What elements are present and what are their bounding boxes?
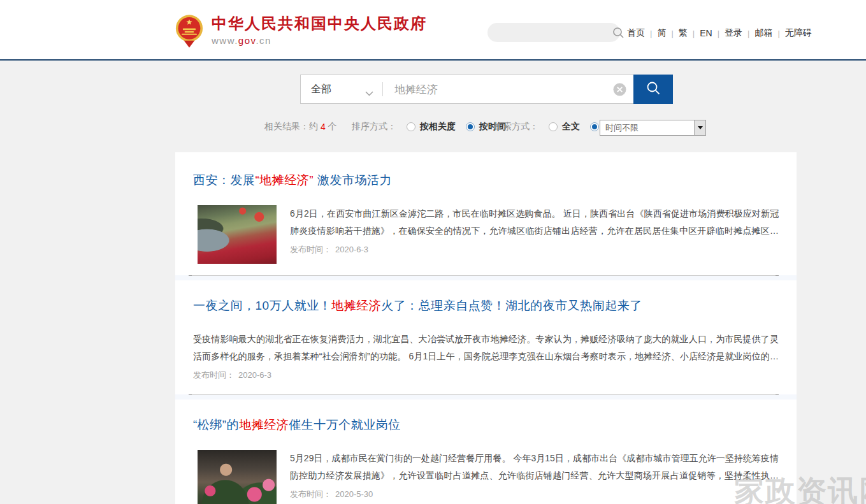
result-item: “松绑”的地摊经济催生十万个就业岗位 5月29日，成都市民在黉门街的一处越门经营… (193, 400, 779, 504)
nav-link-login[interactable]: 登录 (725, 27, 742, 39)
time-filter-value: 时间不限 (600, 122, 694, 134)
result-title-keyword: 地摊经济 (239, 418, 289, 431)
gov-search-page: { "header": { "site_title": "中华人民共和国中央人民… (0, 0, 866, 504)
result-date-line: 发布时间：2020-5-30 (290, 487, 779, 502)
nav-link-mailbox[interactable]: 邮箱 (754, 27, 772, 39)
result-title-text: “松绑”的 (193, 418, 239, 431)
publish-date-label: 发布时间： (193, 370, 235, 380)
nav-link-simplified[interactable]: 简 (657, 27, 666, 39)
nav-separator: | (718, 29, 719, 38)
result-count-unit: 个 (328, 121, 337, 133)
top-nav: 首页 | 简 | 繁 | EN | 登录 | 邮箱 | 无障碍 (627, 27, 812, 39)
publish-date-value: 2020-6-3 (238, 370, 271, 380)
result-title-link[interactable]: 一夜之间，10万人就业！地摊经济火了：总理亲自点赞！湖北的夜市又热闹起来了 (193, 280, 779, 314)
nav-separator: | (777, 29, 779, 38)
result-text-column: 6月2日，在西安市曲江新区金滹沱二路，市民在临时摊区选购食品。 近日，陕西省出台… (290, 205, 779, 264)
filter-row: 相关结果：约 4 个 排序方式： 按相关度 按时间 检索方式： 全文 标题 时间… (175, 121, 797, 138)
sort-options-group: 排序方式： 按相关度 按时间 (352, 121, 506, 133)
mode-option-fulltext[interactable]: 全文 (549, 121, 580, 133)
site-logo[interactable]: 中华人民共和国中央人民政府 www.gov.cn (175, 14, 427, 51)
search-icon (646, 80, 661, 98)
site-url-gov: gov (238, 35, 256, 46)
header-search-box[interactable] (487, 23, 620, 42)
nav-separator: | (671, 29, 673, 38)
result-count-label: 相关结果：约 (264, 121, 318, 133)
main-search-bar: 全部 (300, 75, 673, 104)
result-text-column: 5月29日，成都市民在黉门街的一处越门经营餐厅用餐。 今年3月15日，成都市出台… (290, 450, 779, 504)
search-button[interactable] (633, 75, 673, 104)
publish-date-label: 发布时间： (290, 489, 331, 499)
radio-unchecked-icon[interactable] (549, 122, 558, 131)
search-mode-label: 检索方式： (494, 121, 538, 133)
result-text-column: 受疫情影响最大的湖北省正在恢复消费活力，湖北宜昌、大冶尝试放开夜市地摊经济。专家… (193, 331, 779, 383)
result-title-link[interactable]: “松绑”的地摊经济催生十万个就业岗位 (193, 400, 779, 433)
time-filter-select[interactable]: 时间不限 (600, 120, 706, 136)
sort-label: 排序方式： (352, 121, 396, 133)
result-date-line: 发布时间：2020-6-3 (193, 368, 779, 383)
result-snippet: 6月2日，在西安市曲江新区金滹沱二路，市民在临时摊区选购食品。 近日，陕西省出台… (290, 205, 779, 240)
result-title-keyword: “地摊经济” (256, 173, 314, 187)
search-query-input[interactable] (383, 83, 613, 96)
sort-option-label: 按相关度 (420, 121, 456, 133)
select-arrow-button[interactable] (694, 120, 705, 135)
result-item: 西安：发展“地摊经济” 激发市场活力 6月2日，在西安市曲江新区金滹沱二路，市民… (193, 152, 779, 280)
mode-option-label: 全文 (562, 121, 580, 133)
nav-link-home[interactable]: 首页 (627, 27, 645, 39)
publish-date-value: 2020-6-3 (335, 245, 368, 254)
result-title-text: 一夜之间，10万人就业！ (193, 299, 331, 312)
result-body: 5月29日，成都市民在黉门街的一处越门经营餐厅用餐。 今年3月15日，成都市出台… (193, 450, 779, 504)
search-category-dropdown[interactable]: 全部 (301, 75, 382, 103)
header-search-input[interactable] (487, 28, 612, 38)
sort-option-relevance[interactable]: 按相关度 (407, 121, 456, 133)
publish-date-value: 2020-5-30 (335, 489, 373, 499)
site-header: 中华人民共和国中央人民政府 www.gov.cn 首页 | 简 | 繁 | EN… (0, 0, 866, 61)
radio-unchecked-icon[interactable] (407, 122, 415, 131)
radio-checked-icon[interactable] (466, 122, 475, 131)
result-title-keyword: 地摊经济 (331, 299, 381, 312)
triangle-down-icon (698, 126, 703, 129)
publish-date-label: 发布时间： (290, 245, 331, 254)
site-url-cn: .cn (256, 35, 271, 46)
result-body: 6月2日，在西安市曲江新区金滹沱二路，市民在临时摊区选购食品。 近日，陕西省出台… (193, 205, 779, 264)
result-title-link[interactable]: 西安：发展“地摊经济” 激发市场活力 (193, 152, 779, 189)
result-title-text: 催生十万个就业岗位 (289, 418, 401, 431)
nav-separator: | (693, 29, 695, 38)
logo-text: 中华人民共和国中央人民政府 www.gov.cn (212, 14, 427, 46)
search-category-label: 全部 (311, 83, 331, 96)
result-body: 受疫情影响最大的湖北省正在恢复消费活力，湖北宜昌、大冶尝试放开夜市地摊经济。专家… (193, 331, 779, 383)
result-count-info: 相关结果：约 4 个 (264, 121, 337, 133)
result-title-text: 火了：总理亲自点赞！湖北的夜市又热闹起来了 (381, 299, 642, 312)
site-url: www.gov.cn (212, 35, 427, 46)
site-url-www: www. (212, 35, 238, 46)
result-count-value: 4 (321, 122, 326, 132)
nav-link-accessibility[interactable]: 无障碍 (785, 27, 812, 39)
radio-checked-icon[interactable] (590, 122, 599, 131)
result-title-text: 西安：发展 (193, 173, 256, 187)
results-list: 西安：发展“地摊经济” 激发市场活力 6月2日，在西安市曲江新区金滹沱二路，市民… (175, 152, 797, 504)
result-thumbnail-restaurant-dining[interactable] (198, 450, 277, 504)
result-item: 一夜之间，10万人就业！地摊经济火了：总理亲自点赞！湖北的夜市又热闹起来了 受疫… (193, 280, 779, 400)
nav-link-traditional[interactable]: 繁 (679, 27, 688, 39)
national-emblem-icon (175, 14, 203, 51)
result-thumbnail-cherry-market[interactable] (198, 205, 277, 264)
result-snippet: 受疫情影响最大的湖北省正在恢复消费活力，湖北宜昌、大冶尝试放开夜市地摊经济。专家… (193, 331, 779, 365)
result-snippet: 5月29日，成都市民在黉门街的一处越门经营餐厅用餐。 今年3月15日，成都市出台… (290, 450, 779, 484)
nav-link-english[interactable]: EN (700, 28, 712, 38)
nav-separator: | (747, 29, 749, 38)
result-divider (175, 394, 797, 400)
nav-separator: | (650, 29, 652, 38)
chevron-down-icon (365, 87, 373, 99)
site-title: 中华人民共和国中央人民政府 (212, 15, 427, 32)
header-search-icon[interactable] (612, 27, 624, 39)
result-date-line: 发布时间：2020-6-3 (290, 242, 779, 257)
result-title-text: 激发市场活力 (314, 173, 392, 187)
clear-search-icon[interactable] (613, 83, 626, 96)
result-divider (175, 275, 797, 280)
